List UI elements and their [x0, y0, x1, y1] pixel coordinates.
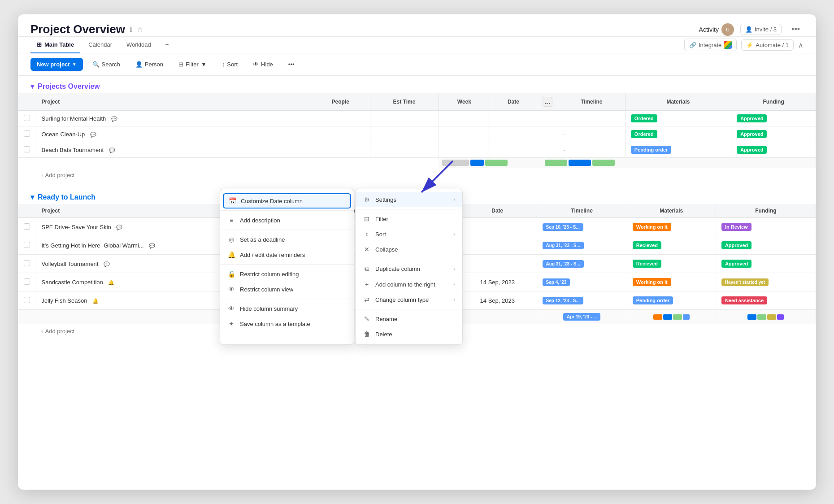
- row-checkbox[interactable]: [24, 130, 30, 137]
- menu-item-date-reminders[interactable]: 🔔 Add / edit date reminders: [220, 247, 354, 262]
- duplicate-icon: ⧉: [363, 265, 371, 273]
- settings-icon: ⚙: [363, 196, 371, 203]
- invite-button[interactable]: 👤 Invite / 3: [740, 24, 782, 35]
- timeline-cell: -: [558, 111, 625, 126]
- reminder-icon: 🔔: [227, 251, 235, 258]
- menu-item-rename[interactable]: ✎ Rename: [356, 311, 462, 326]
- funding-cell: Approved: [716, 236, 816, 255]
- template-icon: ✦: [227, 320, 235, 327]
- col-more-1[interactable]: …: [537, 93, 558, 111]
- calendar-icon: 📅: [228, 197, 236, 204]
- menu-item-set-deadline[interactable]: ◎ Set as a deadline: [220, 232, 354, 247]
- menu-hide-summary-label: Hide column summary: [240, 305, 298, 312]
- section1-header[interactable]: ▾ Projects Overview: [18, 76, 816, 93]
- eye-slash-icon: 👁: [227, 286, 235, 293]
- row-checkbox[interactable]: [24, 223, 30, 230]
- menu-item-settings[interactable]: ⚙ Settings ›: [356, 192, 462, 207]
- menu-item-add-column[interactable]: + Add column to the right ›: [356, 277, 462, 292]
- menu-item-customize[interactable]: 📅 Customize Date column: [223, 193, 351, 209]
- timeline-cell: Aug 31, '23 - S...: [537, 255, 627, 273]
- row-checkbox[interactable]: [24, 115, 30, 121]
- people-cell: [311, 126, 370, 142]
- row-checkbox[interactable]: [24, 146, 30, 152]
- menu-item-filter[interactable]: ⊟ Filter: [356, 211, 462, 226]
- est-time-cell: [370, 111, 439, 126]
- automate-button[interactable]: ⚡ Automate / 1: [741, 39, 794, 51]
- sort-arrow: ›: [453, 231, 455, 237]
- row-checkbox[interactable]: [24, 297, 30, 303]
- row-checkbox[interactable]: [24, 260, 30, 266]
- timeline-cell: Sep 12, '23 - S...: [537, 291, 627, 310]
- materials-cell: Pending order: [625, 142, 731, 158]
- col-timeline-1: Timeline: [558, 93, 625, 111]
- collapse-button[interactable]: ∧: [798, 41, 804, 49]
- col-more-button-1[interactable]: …: [543, 97, 552, 107]
- header-left: Project Overview ℹ ☆: [30, 22, 143, 36]
- lock-icon: 🔒: [227, 270, 235, 278]
- timeline-cell: -: [558, 126, 625, 142]
- menu-item-delete[interactable]: 🗑 Delete: [356, 326, 462, 342]
- more-cell: [537, 126, 558, 142]
- new-project-button[interactable]: New project ▼: [30, 58, 83, 71]
- person-filter-icon: 👤: [135, 61, 143, 68]
- hide-button[interactable]: 👁 Hide: [247, 58, 279, 71]
- menu-item-change-type[interactable]: ⇄ Change column type ›: [356, 292, 462, 307]
- person-button[interactable]: 👤 Person: [130, 58, 169, 71]
- menu-item-add-description[interactable]: ≡ Add description: [220, 213, 354, 228]
- app-window: Project Overview ℹ ☆ Activity U 👤 Invite…: [18, 14, 816, 490]
- header-right: Activity U 👤 Invite / 3 •••: [699, 23, 804, 36]
- funding-cell: Need assistance: [716, 291, 816, 310]
- menu-item-duplicate[interactable]: ⧉ Duplicate column ›: [356, 261, 462, 277]
- row-checkbox[interactable]: [24, 278, 30, 285]
- timeline-cell: Sep 10, '23 - S...: [537, 218, 627, 236]
- menu-settings-label: Settings: [375, 196, 396, 203]
- menu-duplicate-label: Duplicate column: [375, 265, 420, 272]
- col-week-1: Week: [439, 93, 490, 111]
- menu-item-collapse[interactable]: ✕ Collapse: [356, 242, 462, 257]
- sum-timeline: Apr 19, '23 - ...: [537, 310, 627, 324]
- table-row: Surfing for Mental Health 💬 - Ordered Ap…: [18, 111, 816, 126]
- project-name-cell: Surfing for Mental Health 💬: [36, 111, 311, 126]
- tab-calendar[interactable]: Calendar: [82, 37, 118, 53]
- tab-main-table[interactable]: ⊞ Main Table: [30, 37, 80, 53]
- menu-sort-label: Sort: [375, 231, 386, 238]
- col-people-1: People: [311, 93, 370, 111]
- new-project-label: New project: [37, 61, 70, 68]
- search-button[interactable]: 🔍 Search: [87, 58, 126, 71]
- add-column-arrow: ›: [453, 281, 455, 287]
- toolbar-more-button[interactable]: •••: [282, 58, 300, 71]
- section1-add-project[interactable]: + Add project: [18, 168, 816, 182]
- header-more-button[interactable]: •••: [788, 23, 804, 36]
- funding-cell: Haven't started yet: [716, 273, 816, 291]
- sort-button[interactable]: ↕ Sort: [216, 58, 243, 71]
- menu-item-save-template[interactable]: ✦ Save column as a template: [220, 316, 354, 331]
- row-checkbox[interactable]: [24, 242, 30, 248]
- menu-delete-label: Delete: [375, 331, 392, 338]
- est-time-cell: [370, 126, 439, 142]
- star-icon[interactable]: ☆: [137, 25, 143, 34]
- menu-item-restrict-view[interactable]: 👁 Restrict column view: [220, 282, 354, 297]
- funding-cell: In Review: [716, 218, 816, 236]
- materials-cell: Pending order: [627, 291, 716, 310]
- tab-workload[interactable]: Workload: [120, 37, 157, 53]
- integrate-button[interactable]: 🔗 Integrate: [684, 39, 737, 51]
- menu-customize-label: Customize Date column: [241, 198, 303, 204]
- delete-icon: 🗑: [363, 330, 371, 338]
- filter-icon: ⊟: [178, 61, 183, 68]
- col-funding-1: Funding: [731, 93, 816, 111]
- activity-button[interactable]: Activity U: [699, 23, 734, 36]
- tab-add[interactable]: +: [159, 37, 175, 53]
- menu-set-deadline-label: Set as a deadline: [240, 236, 285, 243]
- info-icon[interactable]: ℹ: [130, 25, 132, 34]
- section1-table: Project People Est Time Week Date … Time…: [18, 93, 816, 168]
- filter-button[interactable]: ⊟ Filter ▼: [173, 58, 213, 71]
- menu-item-hide-summary[interactable]: 👁 Hide column summary: [220, 301, 354, 316]
- menu-item-restrict-editing[interactable]: 🔒 Restrict column editing: [220, 266, 354, 282]
- project-name-cell: Ocean Clean-Up 💬: [36, 126, 311, 142]
- table-row: [18, 158, 816, 168]
- menu-divider: [356, 209, 462, 209]
- menu-item-sort[interactable]: ↕ Sort ›: [356, 226, 462, 242]
- activity-label: Activity: [699, 26, 719, 33]
- automate-icon: ⚡: [746, 42, 753, 48]
- funding-cell: Approved: [731, 126, 816, 142]
